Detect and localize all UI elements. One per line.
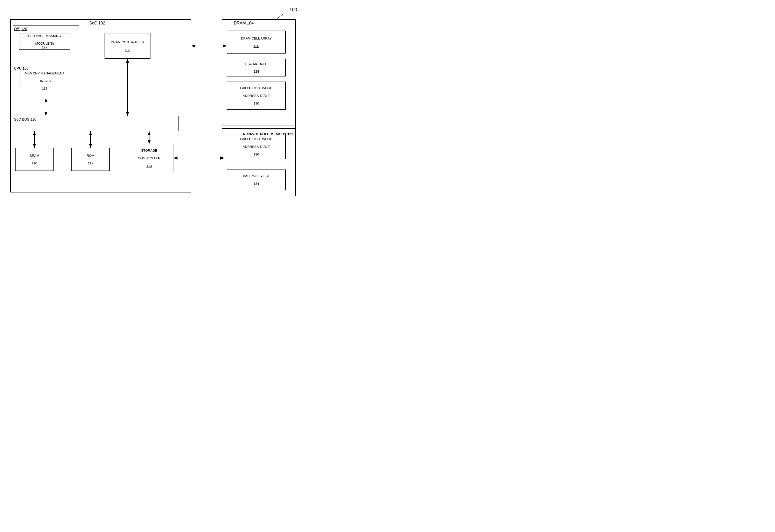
fcat-nvm-line2: ADDRESS TABLE (243, 145, 270, 149)
bad-pages-label: BAD PAGES LIST (243, 174, 269, 178)
soc-bus-box (13, 116, 178, 131)
ref-100-label: 100 (289, 7, 297, 12)
bad-pages-list-box: BAD PAGES LIST 134 (227, 170, 285, 190)
bpm-line2: MODULE(S) (35, 42, 54, 45)
mmu-box: MEMORY MANAGEMENT UNIT(S) 118 (19, 73, 70, 89)
dram-ref: 104 (247, 21, 254, 25)
sram-box: SRAM 110 (15, 148, 54, 171)
rom-box: ROM 112 (71, 148, 110, 171)
bpm-box: BAD PAGE MASKING MODULE(S) 122 (19, 33, 70, 50)
rom-ref: 112 (88, 161, 93, 165)
bad-pages-ref: 134 (253, 182, 259, 186)
os-label-text: O/S (14, 27, 20, 31)
os-ref: 120 (21, 27, 27, 31)
mmu-line2: UNIT(S) (38, 79, 51, 83)
mmu-line1: MEMORY MANAGEMENT (25, 71, 64, 75)
bpm-line1: BAD PAGE MASKING (28, 34, 61, 38)
fcat-nvm-ref: 130 (253, 152, 259, 156)
soc-ref: 102 (98, 21, 105, 25)
dram-cell-array-box: DRAM CELL ARRAY 126 (227, 31, 285, 54)
cpu-ref: 106 (22, 66, 28, 70)
os-label: O/S 120 (14, 27, 27, 31)
fcat-dram-line1: FAILED CODEWORD (240, 86, 272, 90)
fcat-dram-ref: 130 (253, 101, 259, 105)
mmu-ref: 118 (42, 87, 47, 90)
ref-100-number: 100 (289, 7, 297, 12)
dram-cell-ref: 126 (253, 44, 259, 48)
dram-ctrl-line1: DRAM CONTROLLER (111, 40, 144, 44)
storage-ctrl-ref: 114 (146, 164, 152, 168)
cpu-label: CPU 106 (14, 66, 29, 70)
dram-ctrl-ref: 108 (125, 48, 130, 52)
dram-label-text: DRAM (234, 21, 246, 25)
bpm-ref: 122 (42, 45, 47, 49)
soc-bus-ref: 116 (30, 117, 36, 121)
nvm-ref: 132 (287, 132, 293, 136)
sram-ref: 110 (32, 161, 37, 165)
soc-bus-label: SoC BUS 116 (14, 117, 36, 121)
dram-label: DRAM 104 (234, 21, 254, 25)
soc-label: SoC 102 (89, 21, 105, 25)
ecc-module-box: ECC MODULE 124 (227, 59, 285, 76)
cpu-label-text: CPU (14, 66, 22, 70)
rom-label: ROM (87, 154, 94, 158)
ecc-ref: 124 (253, 70, 259, 73)
soc-label-text: SoC (89, 21, 97, 25)
storage-ctrl-line2: CONTROLLER (138, 156, 161, 160)
fcat-nvm-line1: FAILED CODEWORD (240, 137, 272, 141)
sram-label: SRAM (30, 154, 39, 158)
dram-controller-box: DRAM CONTROLLER 108 (105, 33, 150, 59)
fcat-dram-line2: ADDRESS TABLE (243, 94, 270, 98)
storage-ctrl-line1: STORAGE (141, 149, 157, 152)
soc-bus-label-text: SoC BUS (14, 117, 29, 121)
failed-codeword-nvm-box: FAILED CODEWORD ADDRESS TABLE 130 (227, 134, 285, 159)
failed-codeword-dram-box: FAILED CODEWORD ADDRESS TABLE 130 (227, 82, 285, 110)
dram-cell-label: DRAM CELL ARRAY (241, 36, 272, 40)
storage-controller-box: STORAGE CONTROLLER 114 (125, 144, 173, 172)
ecc-label: ECC MODULE (245, 62, 267, 66)
diagram: 100 (5, 5, 301, 204)
